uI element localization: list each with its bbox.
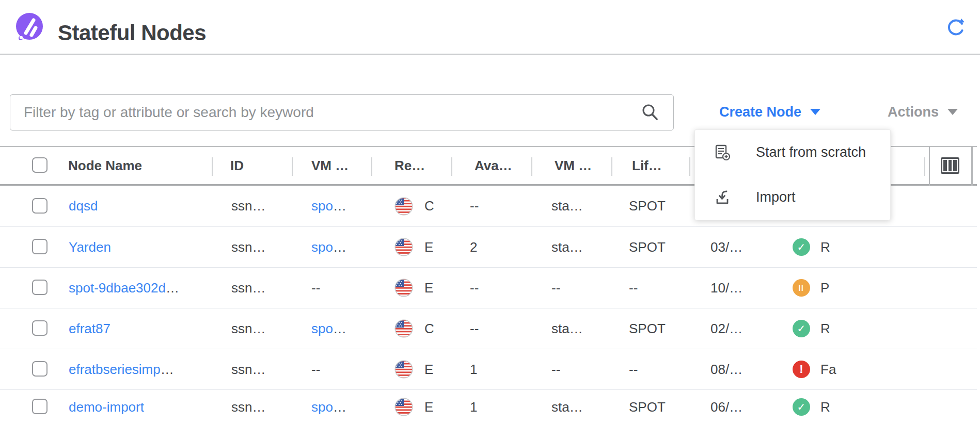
region: E <box>424 349 433 389</box>
lifecycle: SPOT <box>629 227 666 267</box>
menu-item-start-from-scratch[interactable]: Start from scratch <box>695 130 890 175</box>
vm-name: sta… <box>551 227 583 267</box>
search-input[interactable] <box>10 95 673 130</box>
status-label: R <box>820 308 830 349</box>
page-title: Stateful Nodes <box>58 20 206 46</box>
region: C <box>424 308 434 349</box>
actions-button[interactable]: Actions <box>888 96 958 128</box>
vm-name: -- <box>551 268 560 308</box>
spot-logo-icon <box>14 12 44 42</box>
lifecycle: -- <box>629 349 638 389</box>
vm-name: sta… <box>551 390 583 424</box>
availability-zone: 2 <box>470 227 477 267</box>
status-label: P <box>820 268 829 308</box>
column-header-vm-2[interactable]: VM … <box>555 147 592 184</box>
created-at: 06/… <box>710 390 742 424</box>
select-all-checkbox[interactable] <box>32 157 48 173</box>
availability-zone: -- <box>470 268 479 308</box>
us-flag-icon <box>394 319 413 338</box>
menu-item-import[interactable]: Import <box>695 175 890 220</box>
region: E <box>424 390 433 424</box>
status-label: R <box>820 227 830 267</box>
row-checkbox[interactable] <box>32 198 48 214</box>
table-row: Yarden ssn… spo… E 2 sta… SPOT 03/… ✓ R <box>0 227 977 268</box>
node-id: ssn… <box>231 349 265 389</box>
node-id: ssn… <box>231 390 265 424</box>
column-divider <box>924 157 925 176</box>
node-id: ssn… <box>231 308 265 349</box>
region: E <box>424 268 433 308</box>
node-name-link[interactable]: efrat87 <box>69 321 110 337</box>
table-body: dqsd ssn… spo… C -- sta… SPOT 02/… ✓ R Y… <box>0 186 977 424</box>
column-divider <box>451 157 452 176</box>
status-icon: ✓ <box>793 398 810 416</box>
vm-link[interactable]: spo <box>311 198 333 214</box>
node-name-link[interactable]: demo-import <box>69 399 144 415</box>
region: C <box>424 186 434 226</box>
vm-name: -- <box>551 349 560 389</box>
availability-zone: -- <box>470 308 479 349</box>
column-divider <box>371 157 372 176</box>
table-row: demo-import ssn… spo… E 1 sta… SPOT 06/…… <box>0 390 977 424</box>
status-icon: II <box>793 279 810 297</box>
vm-link[interactable]: spo <box>311 399 333 415</box>
create-node-menu: Start from scratch Import <box>694 129 891 220</box>
table-row: efratbseriesimp… ssn… -- E 1 -- -- 08/… … <box>0 349 977 390</box>
node-id: ssn… <box>231 186 265 226</box>
us-flag-icon <box>394 398 413 416</box>
status-icon: ! <box>793 361 810 378</box>
node-name-link[interactable]: spot-9dbae302d <box>69 280 166 296</box>
column-divider <box>292 157 293 176</box>
row-checkbox[interactable] <box>32 239 48 254</box>
column-header-lifecycle[interactable]: Lif… <box>632 147 662 184</box>
node-id: ssn… <box>231 268 265 308</box>
column-header-id[interactable]: ID <box>230 147 244 184</box>
vm-link[interactable]: spo <box>311 321 333 337</box>
column-header-availability[interactable]: Ava… <box>475 147 512 184</box>
region: E <box>424 227 433 267</box>
row-checkbox[interactable] <box>32 361 48 377</box>
node-name-link[interactable]: dqsd <box>69 198 98 214</box>
column-header-vm[interactable]: VM … <box>311 147 349 184</box>
lifecycle: SPOT <box>629 390 666 424</box>
vm-link[interactable]: spo <box>311 239 333 255</box>
lifecycle: SPOT <box>629 308 666 349</box>
column-header-region[interactable]: Re… <box>394 147 425 184</box>
us-flag-icon <box>394 238 413 256</box>
column-divider <box>531 157 532 176</box>
refresh-icon[interactable] <box>946 18 966 37</box>
lifecycle: SPOT <box>629 186 666 226</box>
node-name-link[interactable]: Yarden <box>69 239 111 255</box>
created-at: 08/… <box>710 349 742 389</box>
new-document-icon <box>714 144 731 161</box>
column-divider <box>689 157 690 176</box>
import-icon <box>714 189 731 206</box>
availability-zone: 1 <box>470 390 477 424</box>
status-label: Fa <box>820 349 836 389</box>
node-name-link[interactable]: efratbseriesimp <box>69 362 161 378</box>
menu-item-label: Start from scratch <box>756 144 866 160</box>
status-icon: ✓ <box>793 238 810 256</box>
create-node-label: Create Node <box>719 104 801 120</box>
row-checkbox[interactable] <box>32 399 48 414</box>
filter-search-box <box>10 94 674 131</box>
us-flag-icon <box>394 279 413 297</box>
chevron-down-icon <box>810 109 820 115</box>
column-header-node-name[interactable]: Node Name <box>68 147 142 184</box>
table-row: efrat87 ssn… spo… C -- sta… SPOT 02/… ✓ … <box>0 308 977 349</box>
create-node-button[interactable]: Create Node <box>719 96 820 128</box>
row-checkbox[interactable] <box>32 320 48 336</box>
table-row: spot-9dbae302d… ssn… -- E -- -- -- 10/… … <box>0 268 977 308</box>
chevron-down-icon <box>947 109 958 115</box>
actions-label: Actions <box>888 104 939 120</box>
status-label: R <box>820 390 830 424</box>
row-checkbox[interactable] <box>32 280 48 295</box>
column-picker-icon[interactable] <box>941 157 959 174</box>
created-at: 03/… <box>710 227 742 267</box>
menu-item-label: Import <box>756 189 796 205</box>
lifecycle: -- <box>629 268 638 308</box>
stateful-nodes-page: Stateful Nodes Create Node Actions <box>0 0 980 424</box>
availability-zone: 1 <box>470 349 477 389</box>
status-icon: ✓ <box>793 320 810 337</box>
node-id: ssn… <box>231 227 265 267</box>
